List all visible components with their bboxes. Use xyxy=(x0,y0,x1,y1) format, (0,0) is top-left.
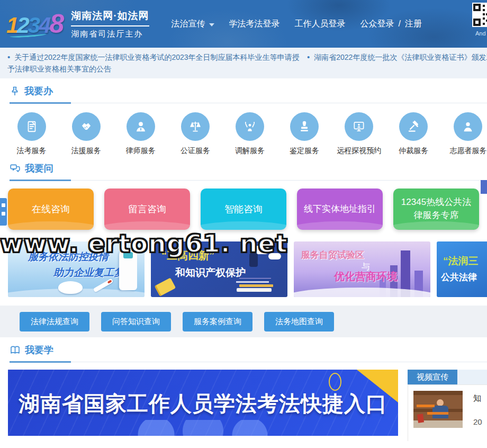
chevron-down-icon xyxy=(209,23,214,26)
nav-study-login[interactable]: 学法考法登录 xyxy=(229,19,280,30)
register-link[interactable]: 注册 xyxy=(405,19,422,30)
main-nav: 法治宣传 学法考法登录 工作人员登录 公众登录 / 注册 xyxy=(157,19,422,30)
qr-code xyxy=(472,3,487,27)
video-promo-panel: 视频宣传 知 20 xyxy=(408,370,487,441)
news-item[interactable]: •关于通过2022年度国家统一法律职业资格考试的2023年全日制应届本科毕业生等… xyxy=(7,51,300,75)
video-meta: 知 20 xyxy=(473,391,482,436)
section-title: 我要问 xyxy=(10,162,487,175)
video-card: 知 20 xyxy=(408,384,487,441)
gavel-icon xyxy=(399,112,428,141)
study-law-entry-banner[interactable]: 湖南省国家工作人员学法考法快捷入口 xyxy=(8,370,398,436)
thumb-caption-overlay xyxy=(427,412,448,415)
service-item-notary[interactable]: 公证服务 xyxy=(168,110,222,156)
section-underline xyxy=(10,361,487,363)
study-banner-title: 湖南省国家工作人员学法考法快捷入口 xyxy=(8,389,398,418)
learn-row: 湖南省国家工作人员学法考法快捷入口 视频宣传 知 20 xyxy=(0,370,487,441)
video-tabbar: 视频宣传 xyxy=(408,370,487,384)
nav-law-publicity[interactable]: 法治宣传 xyxy=(172,19,214,30)
yellow-book-illustration xyxy=(155,277,176,296)
legal-map-query-button[interactable]: 法务地图查询 xyxy=(264,312,334,331)
public-login-link[interactable]: 公众登录 xyxy=(360,19,394,30)
section-underline xyxy=(10,102,487,104)
banner-farun-sanxiang[interactable]: “法润三 公共法律 xyxy=(437,241,487,297)
stamp-icon xyxy=(290,112,319,141)
section-head-ask: 我要问 xyxy=(0,156,487,181)
news-item[interactable]: •湖南省2022年度统一批次《法律职业资格证书》颁发工作正式 xyxy=(307,51,487,75)
service-icon-row: 法考服务 法援服务 律师服务 公证服务 调解服务 鉴定服务 远程探视预约 xyxy=(0,104,487,156)
qr-caption: And xyxy=(475,30,487,37)
floating-widget-fragment[interactable] xyxy=(481,180,487,194)
mediation-people-icon xyxy=(236,112,264,141)
mask-illustration xyxy=(58,281,83,294)
section-head-services: 我要办 xyxy=(0,78,487,104)
site-subtitle: 湖南省司法厅主办 xyxy=(71,29,149,39)
exam-document-icon xyxy=(17,112,46,141)
qa-knowledge-query-button[interactable]: 问答知识查询 xyxy=(101,312,171,331)
site-logo[interactable]: 12348 湖南法网·如法网 湖南省司法厅主办 xyxy=(6,9,149,39)
monitor-person-icon xyxy=(345,112,373,141)
site-header: 12348 湖南法网·如法网 湖南省司法厅主办 法治宣传 学法考法登录 工作人员… xyxy=(0,0,487,48)
logo-text: 湖南法网·如法网 湖南省司法厅主办 xyxy=(71,9,149,39)
tab-video-promo[interactable]: 视频宣传 xyxy=(408,370,457,384)
service-item-remote-visit[interactable]: 远程探视预约 xyxy=(332,110,386,156)
service-item-arbitration[interactable]: 仲裁服务 xyxy=(386,110,441,156)
floating-sidebar-tab[interactable] xyxy=(0,198,7,226)
query-button-strip: 法律法规查询 问答知识查询 服务案例查询 法务地图查询 xyxy=(0,306,487,337)
watermark-text: www. ertong61. net xyxy=(0,229,288,258)
section-title: 我要办 xyxy=(10,85,487,97)
service-item-lawyer[interactable]: 律师服务 xyxy=(113,110,168,156)
app-qr-block: And xyxy=(472,3,487,37)
smart-consult-button[interactable]: 智能咨询 xyxy=(201,189,286,230)
chat-bubbles-icon xyxy=(10,163,21,174)
video-thumbnail[interactable] xyxy=(413,391,463,428)
bullet-icon: • xyxy=(7,52,10,61)
online-consult-button[interactable]: 在线咨询 xyxy=(8,189,94,230)
login-register-separator: / xyxy=(399,19,401,29)
consult-button-row: 在线咨询 留言咨询 智能咨询 线下实体地址指引 12345热线公共法律服务专席 xyxy=(0,189,487,230)
thumb-caption-overlay xyxy=(417,405,435,407)
section-underline xyxy=(10,180,487,181)
service-item-appraisal[interactable]: 鉴定服务 xyxy=(277,110,332,156)
bullet-icon: • xyxy=(307,52,310,61)
service-item-mediation[interactable]: 调解服务 xyxy=(222,110,277,156)
offline-address-button[interactable]: 线下实体地址指引 xyxy=(297,189,383,230)
ring-decoration xyxy=(329,373,341,391)
circle-decoration xyxy=(8,420,398,436)
law-regulation-query-button[interactable]: 法律法规查询 xyxy=(20,312,89,331)
nav-staff-login[interactable]: 工作人员登录 xyxy=(295,19,346,30)
scales-icon xyxy=(181,112,210,141)
service-item-volunteer[interactable]: 志愿者服务 xyxy=(441,110,487,156)
news-ticker: •关于通过2022年度国家统一法律职业资格考试的2023年全日制应届本科毕业生等… xyxy=(0,48,487,78)
handshake-icon xyxy=(72,112,101,141)
section-head-learn: 我要学 xyxy=(0,337,487,363)
section-title: 我要学 xyxy=(10,344,487,356)
service-case-query-button[interactable]: 服务案例查询 xyxy=(183,312,252,331)
lawyer-person-icon xyxy=(127,112,155,141)
volunteer-person-icon xyxy=(454,112,482,141)
nav-public-login-register: 公众登录 / 注册 xyxy=(360,19,422,30)
banner-free-trade-zone[interactable]: 服务自贸试验区 与 优化营商环境 xyxy=(294,241,430,297)
service-item-legal-aid[interactable]: 法援服务 xyxy=(59,110,113,156)
pin-icon xyxy=(10,86,20,96)
message-consult-button[interactable]: 留言咨询 xyxy=(104,189,190,230)
hotline-12345-button[interactable]: 12345热线公共法律服务专席 xyxy=(393,189,479,230)
video-title[interactable]: 知 xyxy=(473,393,482,404)
service-item-exam[interactable]: 法考服务 xyxy=(4,110,59,156)
open-book-icon xyxy=(10,345,21,355)
book-stack-illustration xyxy=(237,288,272,292)
site-title: 湖南法网·如法网 xyxy=(71,9,149,26)
video-date: 20 xyxy=(473,417,482,426)
